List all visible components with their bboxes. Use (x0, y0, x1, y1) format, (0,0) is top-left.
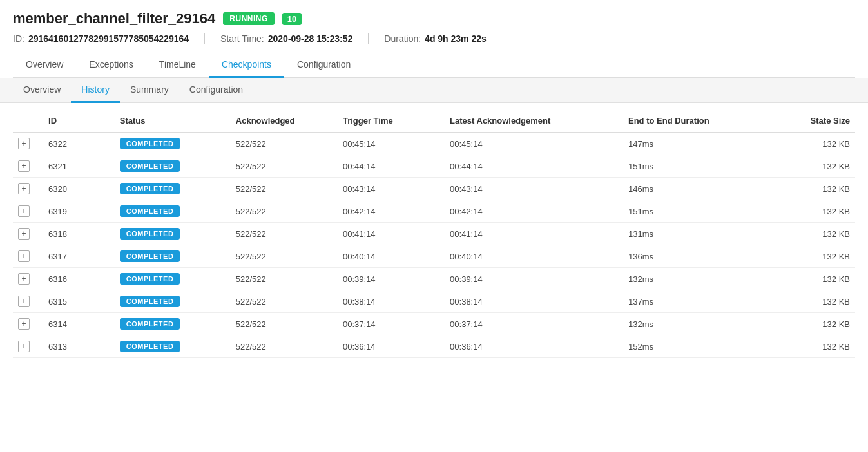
expand-button[interactable]: + (18, 250, 30, 262)
duration-value: 4d 9h 23m 22s (425, 33, 487, 44)
cell-status: COMPLETED (115, 268, 231, 290)
table-row: + 6314 COMPLETED 522/522 00:37:14 00:37:… (13, 313, 855, 335)
cell-id: 6314 (43, 313, 115, 335)
top-tab-checkpoints[interactable]: Checkpoints (209, 53, 284, 78)
count-badge: 10 (282, 13, 302, 25)
status-badge: COMPLETED (120, 341, 180, 352)
expand-button[interactable]: + (18, 205, 30, 217)
cell-latest-ack: 00:44:14 (445, 155, 623, 178)
expand-cell: + (13, 290, 43, 313)
cell-status: COMPLETED (115, 178, 231, 200)
cell-acknowledged: 522/522 (231, 245, 338, 268)
cell-id: 6321 (43, 155, 115, 178)
cell-acknowledged: 522/522 (231, 223, 338, 245)
cell-duration: 152ms (623, 335, 766, 358)
content-area: ID Status Acknowledged Trigger Time Late… (0, 109, 868, 358)
expand-cell: + (13, 200, 43, 223)
cell-trigger: 00:39:14 (338, 268, 445, 290)
sub-tab-summary[interactable]: Summary (120, 78, 179, 103)
cell-state-size: 132 KB (766, 313, 856, 335)
expand-button[interactable]: + (18, 183, 30, 194)
sub-tab-history[interactable]: History (71, 78, 120, 103)
cell-duration: 131ms (623, 223, 766, 245)
cell-status: COMPLETED (115, 290, 231, 313)
cell-state-size: 132 KB (766, 290, 856, 313)
cell-status: COMPLETED (115, 335, 231, 358)
status-badge: COMPLETED (120, 250, 180, 262)
sub-tab-overview[interactable]: Overview (13, 78, 71, 103)
top-tabs: OverviewExceptionsTimeLineCheckpointsCon… (13, 53, 855, 78)
cell-id: 6316 (43, 268, 115, 290)
cell-duration: 132ms (623, 268, 766, 290)
cell-status: COMPLETED (115, 200, 231, 223)
cell-trigger: 00:37:14 (338, 313, 445, 335)
expand-button[interactable]: + (18, 318, 30, 330)
expand-cell: + (13, 245, 43, 268)
cell-status: COMPLETED (115, 245, 231, 268)
duration-label: Duration: (384, 33, 421, 44)
cell-acknowledged: 522/522 (231, 290, 338, 313)
table-row: + 6322 COMPLETED 522/522 00:45:14 00:45:… (13, 133, 855, 155)
title-row: member_channel_filter_29164 RUNNING 10 (13, 10, 855, 27)
expand-button[interactable]: + (18, 228, 30, 240)
col-header-state: State Size (766, 109, 856, 133)
start-time-meta: Start Time: 2020-09-28 15:23:52 (220, 33, 369, 44)
status-badge: COMPLETED (120, 183, 180, 194)
id-label: ID: (13, 33, 24, 44)
cell-trigger: 00:40:14 (338, 245, 445, 268)
cell-state-size: 132 KB (766, 245, 856, 268)
cell-status: COMPLETED (115, 313, 231, 335)
cell-id: 6317 (43, 245, 115, 268)
cell-trigger: 00:42:14 (338, 200, 445, 223)
cell-acknowledged: 522/522 (231, 133, 338, 155)
cell-latest-ack: 00:37:14 (445, 313, 623, 335)
cell-trigger: 00:45:14 (338, 133, 445, 155)
expand-button[interactable]: + (18, 273, 30, 285)
cell-id: 6315 (43, 290, 115, 313)
table-row: + 6315 COMPLETED 522/522 00:38:14 00:38:… (13, 290, 855, 313)
cell-duration: 132ms (623, 313, 766, 335)
status-badge: COMPLETED (120, 228, 180, 240)
expand-cell: + (13, 223, 43, 245)
cell-state-size: 132 KB (766, 223, 856, 245)
cell-id: 6313 (43, 335, 115, 358)
cell-duration: 151ms (623, 155, 766, 178)
checkpoints-table: ID Status Acknowledged Trigger Time Late… (13, 109, 855, 358)
top-tab-configuration[interactable]: Configuration (284, 53, 363, 78)
cell-trigger: 00:38:14 (338, 290, 445, 313)
cell-latest-ack: 00:42:14 (445, 200, 623, 223)
sub-tabs: OverviewHistorySummaryConfiguration (13, 78, 855, 102)
cell-duration: 151ms (623, 200, 766, 223)
expand-cell: + (13, 155, 43, 178)
cell-trigger: 00:44:14 (338, 155, 445, 178)
table-row: + 6313 COMPLETED 522/522 00:36:14 00:36:… (13, 335, 855, 358)
header-section: member_channel_filter_29164 RUNNING 10 I… (0, 0, 868, 78)
sub-tab-configuration[interactable]: Configuration (179, 78, 253, 103)
id-meta: ID: 29164160127782991577785054229164 (13, 33, 205, 44)
cell-latest-ack: 00:36:14 (445, 335, 623, 358)
table-header-row: ID Status Acknowledged Trigger Time Late… (13, 109, 855, 133)
cell-id: 6320 (43, 178, 115, 200)
running-badge: RUNNING (223, 12, 275, 25)
top-tab-exceptions[interactable]: Exceptions (76, 53, 146, 78)
cell-id: 6319 (43, 200, 115, 223)
page-title: member_channel_filter_29164 (13, 10, 215, 27)
expand-cell: + (13, 313, 43, 335)
cell-duration: 137ms (623, 290, 766, 313)
cell-state-size: 132 KB (766, 133, 856, 155)
duration-meta: Duration: 4d 9h 23m 22s (384, 33, 502, 44)
cell-trigger: 00:43:14 (338, 178, 445, 200)
id-value: 29164160127782991577785054229164 (28, 33, 189, 44)
col-header-trigger: Trigger Time (338, 109, 445, 133)
col-header-latest-ack: Latest Acknowledgement (445, 109, 623, 133)
expand-button[interactable]: + (18, 138, 30, 149)
expand-button[interactable]: + (18, 296, 30, 307)
meta-row: ID: 29164160127782991577785054229164 Sta… (13, 33, 855, 44)
top-tab-overview[interactable]: Overview (13, 53, 76, 78)
top-tab-timeline[interactable]: TimeLine (146, 53, 209, 78)
cell-duration: 136ms (623, 245, 766, 268)
start-time-label: Start Time: (220, 33, 264, 44)
expand-button[interactable]: + (18, 160, 30, 172)
status-badge: COMPLETED (120, 273, 180, 285)
expand-button[interactable]: + (18, 341, 30, 352)
